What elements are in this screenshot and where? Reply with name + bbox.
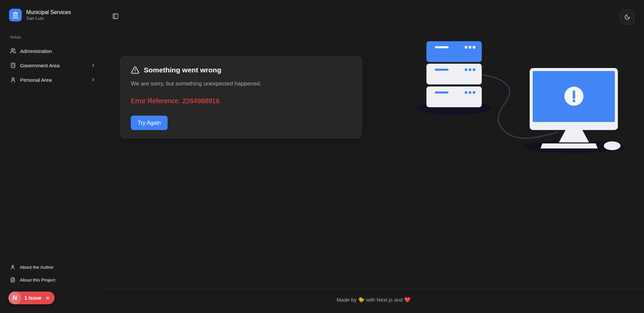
landmark-icon — [9, 9, 22, 21]
chevron-right-icon — [91, 63, 96, 68]
close-icon[interactable] — [45, 296, 50, 301]
cable-line — [482, 75, 558, 138]
brand[interactable]: Municipal Services San Luis — [9, 9, 71, 21]
user-icon — [10, 264, 15, 270]
dev-issues-badge[interactable]: N 1 Issue — [8, 292, 55, 304]
error-card: Something went wrong We are sorry, but s… — [120, 56, 362, 138]
sidebar-item-administration[interactable]: Administration — [4, 45, 99, 57]
moon-icon — [624, 14, 630, 20]
monitor-illustration — [530, 68, 621, 150]
sidebar-item-about-project[interactable]: About this Project — [4, 275, 99, 285]
users-icon — [10, 48, 16, 54]
issue-count-label: 1 Issue — [24, 295, 42, 301]
sidebar-footer: About the Author About this Project — [4, 262, 99, 285]
server-rack-illustration — [426, 41, 482, 107]
theme-toggle-button[interactable] — [620, 10, 635, 24]
error-message: We are sorry, but something unexpected h… — [131, 80, 354, 87]
user-icon — [10, 77, 16, 83]
nextjs-logo-icon: N — [8, 292, 21, 304]
sidebar-nav: Administration Government Area Personal … — [4, 45, 99, 86]
warning-triangle-icon — [131, 66, 139, 74]
try-again-button[interactable]: Try Again — [131, 116, 168, 130]
sidebar-item-about-author[interactable]: About the Author — [4, 262, 99, 272]
sidebar-item-government-area[interactable]: Government Area — [4, 59, 99, 71]
chevron-right-icon — [91, 77, 96, 82]
panel-left-icon — [112, 13, 119, 19]
sidebar-toggle-button[interactable] — [110, 10, 121, 22]
error-illustration — [412, 30, 634, 158]
brand-title: Municipal Services — [26, 9, 71, 15]
brand-subtitle: San Luis — [26, 16, 71, 21]
sidebar-item-label: Government Area — [20, 63, 60, 68]
document-icon — [10, 277, 15, 283]
sidebar-item-label: About the Author — [20, 265, 54, 270]
error-reference: Error Reference: 2264988916 — [131, 98, 354, 105]
building-icon — [10, 62, 16, 68]
sidebar-item-personal-area[interactable]: Personal Area — [4, 74, 99, 86]
sidebar-item-label: Personal Area — [20, 77, 52, 83]
error-title: Something went wrong — [144, 66, 221, 74]
sidebar-section-label: Areas — [10, 35, 21, 40]
sidebar-item-label: Administration — [20, 48, 52, 54]
sidebar-item-label: About this Project — [20, 277, 55, 283]
page-footer: Made by 🐤 with Next.js and ❤️ — [103, 289, 644, 313]
topbar-divider — [123, 13, 123, 19]
footer-credit-text: Made by 🐤 with Next.js and ❤️ — [337, 297, 410, 303]
sidebar: Municipal Services San Luis Areas Admini… — [0, 0, 103, 313]
